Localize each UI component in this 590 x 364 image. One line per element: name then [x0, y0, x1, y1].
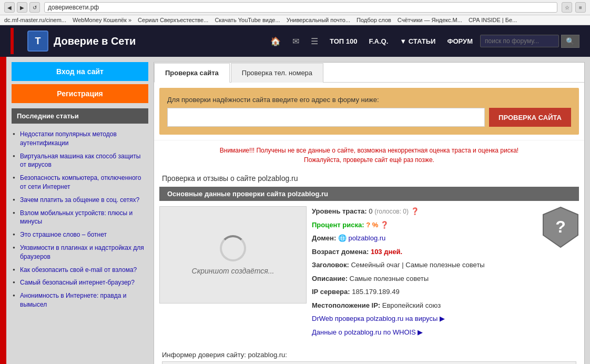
nav-articles[interactable]: ▼ СТАТЬИ: [395, 35, 440, 47]
title-row: Заголовок: Семейный очаг | Самые полезны…: [312, 260, 579, 270]
home-icon[interactable]: 🏠: [266, 34, 285, 48]
nav-top100[interactable]: ТОП 100: [325, 35, 361, 47]
title-value: Семейный очаг | Самые полезные советы: [351, 261, 484, 269]
menu-btn[interactable]: ≡: [575, 2, 586, 13]
article-item-6[interactable]: Уязвимости в плагинах и надстройках для …: [12, 241, 148, 264]
list-icon[interactable]: ☰: [307, 34, 322, 48]
bookmarks-bar: dc.mf-master.ru/cinem...WebMoney Кошелёк…: [0, 15, 590, 25]
risk-label: Процент риска:: [312, 221, 364, 229]
nav-forum[interactable]: ФОРУМ: [443, 35, 477, 47]
age-value: 103 дней.: [371, 248, 402, 256]
risk-row: Процент риска: ? % ❓: [312, 220, 579, 230]
article-item-8[interactable]: Самый безопасный интернет-браузер?: [12, 276, 148, 289]
article-item-2[interactable]: Безопасность компьютера, отключенного от…: [12, 171, 148, 194]
bookmark-item[interactable]: WebMoney Кошелёк »: [73, 17, 131, 23]
domain-value[interactable]: polzablog.ru: [348, 234, 385, 242]
bookmark-item[interactable]: Универсальный почто...: [287, 17, 350, 23]
domain-icon: 🌐: [338, 234, 349, 242]
tab-check-phone[interactable]: Проверка тел. номера: [231, 63, 323, 83]
reload-btn[interactable]: ↺: [29, 2, 40, 13]
article-item-7[interactable]: Как обезопасить свой e-mail от взлома?: [12, 264, 148, 277]
age-label: Возраст домена:: [312, 248, 369, 256]
two-column-layout: Вход на сайт Регистрация Последние стать…: [12, 62, 585, 364]
ip-row: IP сервера: 185.179.189.49: [312, 287, 579, 297]
bookmark-item[interactable]: Сериал Сверхъестестве...: [138, 17, 208, 23]
login-button[interactable]: Вход на сайт: [12, 62, 148, 81]
address-bar[interactable]: довериевсети.рф: [44, 2, 557, 13]
check-area: Для проверки надёжности сайта введите ег…: [159, 88, 579, 135]
article-item-0[interactable]: Недостатки популярных методов аутентифик…: [12, 128, 148, 150]
sidebar-section-title: Последние статьи: [12, 108, 148, 124]
trust-label: Уровень траста:: [312, 207, 367, 215]
location-label: Местоположение IP:: [312, 301, 380, 309]
tab-check-site[interactable]: Проверка сайта: [154, 63, 230, 83]
article-item-1[interactable]: Виртуальная машина как способ защиты от …: [12, 150, 148, 172]
search-input[interactable]: [480, 35, 559, 47]
age-row: Возраст домена: 103 дней.: [312, 247, 579, 257]
header-nav: 🏠 ✉ ☰ ТОП 100 F.A.Q. ▼ СТАТЬИ ФОРУМ 🔍: [266, 34, 579, 48]
drweb-link[interactable]: DrWeb проверка polzablog.ru на вирусы ▶: [312, 315, 445, 322]
bookmark-item[interactable]: dc.mf-master.ru/cinem...: [4, 17, 66, 23]
domain-row: Домен: 🌐 polzablog.ru: [312, 233, 579, 244]
trust-help-icon[interactable]: ❓: [411, 207, 419, 215]
back-btn[interactable]: ◀: [4, 2, 15, 13]
bookmark-item[interactable]: CPA INSIDE | Бе...: [469, 17, 517, 23]
content-area: Вход на сайт Регистрация Последние стать…: [0, 57, 590, 364]
whois-row: Данные о polzablog.ru по WHOIS ▶: [312, 327, 579, 338]
data-section-title: Основные данные проверки сайта polzablog…: [159, 187, 579, 201]
main-bg: Вход на сайт Регистрация Последние стать…: [6, 57, 590, 364]
drweb-row: DrWeb проверка polzablog.ru на вирусы ▶: [312, 314, 579, 324]
bookmark-item[interactable]: Скачать YouTube виде...: [215, 17, 280, 23]
bookmark-btn[interactable]: ☆: [562, 2, 572, 13]
header-red-bar: [11, 28, 14, 54]
sidebar: Вход на сайт Регистрация Последние стать…: [12, 62, 148, 364]
risk-help-icon[interactable]: ❓: [380, 221, 389, 229]
browser-controls[interactable]: ◀ ▶ ↺: [4, 2, 40, 13]
trust-votes: (голосов: 0): [374, 208, 409, 215]
desc-value: Самые полезные советы: [350, 275, 429, 282]
nav-faq[interactable]: F.A.Q.: [364, 35, 392, 47]
site-wrapper: Т Доверие в Сети 🏠 ✉ ☰ ТОП 100 F.A.Q. ▼ …: [0, 25, 590, 364]
screenshot-text: Скриншот создаётся...: [192, 267, 274, 275]
check-form: ПРОВЕРКА САЙТА: [167, 108, 571, 127]
location-value: Европейский союз: [382, 301, 441, 309]
shield-area: ?: [542, 206, 579, 248]
trust-row: Уровень траста: 0 (голосов: 0) ❓: [312, 206, 579, 217]
logo-area: Т Доверие в Сети: [27, 31, 136, 52]
whois-link[interactable]: Данные о polzablog.ru по WHOIS ▶: [312, 328, 423, 336]
site-header: Т Доверие в Сети 🏠 ✉ ☰ ТОП 100 F.A.Q. ▼ …: [0, 25, 590, 57]
informer-section: Информер доверия сайту: polzablog.ru:: [154, 346, 584, 364]
forward-btn[interactable]: ▶: [17, 2, 27, 13]
browser-tab-bar: ◀ ▶ ↺ довериевсети.рф ☆ ≡: [0, 0, 590, 15]
site-url-input[interactable]: [167, 108, 485, 127]
red-left-bar: [0, 57, 6, 364]
page-heading: Проверка и отзывы о сайте polzablog.ru: [154, 170, 584, 187]
warning-box: Внимание!!! Получены не все данные о сай…: [154, 140, 584, 170]
mail-icon[interactable]: ✉: [288, 34, 303, 48]
domain-label: Домен:: [312, 234, 336, 242]
risk-value: ? %: [366, 221, 378, 229]
article-item-4[interactable]: Взлом мобильных устройств: плюсы и минус…: [12, 207, 148, 229]
search-button[interactable]: 🔍: [561, 35, 579, 48]
register-button[interactable]: Регистрация: [12, 84, 148, 103]
warning-text-line1: Внимание!!! Получены не все данные о сай…: [162, 146, 576, 155]
info-panel: ? Уровень траста: 0 (голосов: 0) ❓: [312, 206, 579, 340]
check-site-button[interactable]: ПРОВЕРКА САЙТА: [489, 108, 571, 127]
desc-label: Описание:: [312, 275, 348, 282]
bookmark-item[interactable]: Подбор слов: [357, 17, 391, 23]
ip-value: 185.179.189.49: [352, 288, 399, 296]
title-label: Заголовок:: [312, 261, 349, 269]
tabs-container: Проверка сайта Проверка тел. номера: [154, 63, 584, 83]
trust-value: 0: [369, 207, 372, 215]
article-item-3[interactable]: Зачем платить за общение в соц. сетях?: [12, 194, 148, 207]
browser-chrome: ◀ ▶ ↺ довериевсети.рф ☆ ≡ dc.mf-master.r…: [0, 0, 590, 25]
sidebar-articles-list: Недостатки популярных методов аутентифик…: [12, 128, 148, 311]
ip-label: IP сервера:: [312, 288, 350, 296]
logo-icon: Т: [27, 31, 48, 52]
article-item-5[interactable]: Это страшное слово – ботнет: [12, 228, 148, 241]
desc-row: Описание: Самые полезные советы: [312, 274, 579, 284]
logo-letter: Т: [35, 36, 41, 47]
article-item-9[interactable]: Анонимность в Интернете: правда и вымысе…: [12, 289, 148, 311]
bookmark-item[interactable]: Счётчики — Яндекс.М...: [398, 17, 462, 23]
search-box: 🔍: [480, 35, 579, 48]
